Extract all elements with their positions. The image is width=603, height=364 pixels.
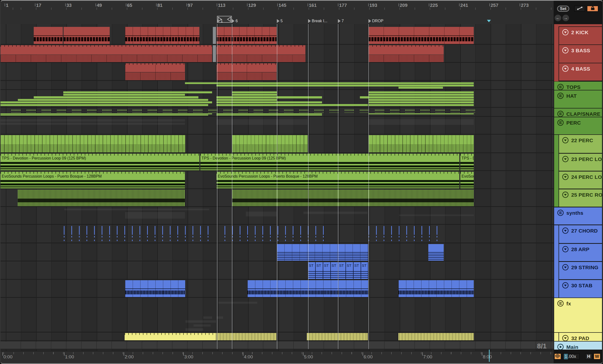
track-header-clap-snare[interactable]: CLAP/SNARE: [554, 108, 602, 117]
clip[interactable]: [369, 119, 474, 125]
clip[interactable]: [398, 87, 443, 89]
clip[interactable]: [369, 94, 474, 96]
clip[interactable]: [186, 320, 216, 323]
clip[interactable]: EvoSounds Percussion Loops - Puerto Bosq…: [0, 172, 185, 188]
clip[interactable]: [390, 109, 399, 113]
track-header-2-kick[interactable]: 2 KICK: [559, 27, 602, 45]
clip[interactable]: [369, 104, 474, 106]
track-header-25-perc-roll[interactable]: 25 PERC ROLL: [559, 189, 602, 207]
track-header-main[interactable]: Main: [554, 341, 602, 350]
clip[interactable]: [398, 333, 474, 340]
collapse-triangle-icon[interactable]: [562, 47, 569, 54]
clip[interactable]: [436, 109, 445, 113]
clip[interactable]: [125, 280, 185, 297]
clip[interactable]: [369, 55, 444, 62]
clip[interactable]: [421, 226, 422, 242]
clip[interactable]: [285, 226, 286, 242]
clip[interactable]: [239, 109, 248, 113]
clip[interactable]: [398, 280, 474, 297]
clip[interactable]: [155, 226, 155, 242]
group-menu-icon[interactable]: [557, 209, 564, 216]
zoom-width-button[interactable]: W: [593, 353, 601, 360]
clip[interactable]: [27, 109, 36, 113]
clip[interactable]: [217, 72, 277, 80]
track-header-synths[interactable]: synths: [554, 207, 602, 225]
clip[interactable]: [132, 226, 133, 242]
clip[interactable]: [293, 226, 293, 242]
clip[interactable]: [217, 63, 277, 72]
clip[interactable]: [148, 109, 157, 113]
clip[interactable]: [0, 101, 212, 103]
clip[interactable]: [262, 226, 263, 242]
collapse-triangle-icon[interactable]: [562, 65, 569, 72]
clip[interactable]: [185, 226, 186, 242]
clip[interactable]: [247, 226, 248, 242]
clip[interactable]: [330, 109, 339, 113]
clip[interactable]: [0, 55, 212, 62]
clip[interactable]: ST: [331, 262, 338, 279]
clip[interactable]: [429, 226, 430, 242]
clip[interactable]: ST: [308, 262, 316, 279]
clip[interactable]: [125, 63, 185, 72]
clip[interactable]: [63, 91, 212, 93]
clip[interactable]: [217, 27, 277, 44]
locator-flag[interactable]: Break I...: [308, 18, 327, 24]
clip[interactable]: [178, 109, 187, 113]
collapse-triangle-icon[interactable]: [562, 246, 569, 253]
clip[interactable]: TPS - Devotion - Percussion Loop 09 (125…: [460, 154, 474, 170]
clip[interactable]: [0, 114, 208, 115]
group-menu-icon[interactable]: [557, 300, 564, 307]
clip[interactable]: [87, 109, 96, 113]
clip[interactable]: [213, 27, 216, 44]
clip[interactable]: [177, 226, 178, 242]
clip[interactable]: [200, 226, 201, 242]
clip[interactable]: [232, 135, 308, 152]
clip[interactable]: [369, 99, 474, 101]
clip[interactable]: [246, 212, 277, 216]
locator-flag[interactable]: 1: [217, 18, 223, 24]
clip[interactable]: [94, 226, 95, 242]
clip[interactable]: [79, 226, 80, 242]
clip[interactable]: [284, 109, 293, 113]
clip[interactable]: [466, 109, 475, 113]
clip[interactable]: TPS - Devotion - Percussion Loop 09 (125…: [200, 154, 459, 170]
clip[interactable]: [369, 101, 474, 103]
track-header-22-perc[interactable]: 22 PERC: [559, 135, 602, 153]
clip[interactable]: [232, 91, 277, 93]
clip[interactable]: [414, 226, 415, 242]
clip[interactable]: [405, 109, 415, 113]
clip[interactable]: [125, 212, 185, 219]
playback-speed-control[interactable]: 1.00x: [563, 353, 580, 360]
clip[interactable]: [270, 226, 271, 242]
track-header-27-chord[interactable]: 27 CHORD: [559, 225, 602, 243]
clip[interactable]: [247, 280, 368, 297]
clip[interactable]: [86, 226, 87, 242]
clip[interactable]: [314, 109, 324, 113]
playhead-marker-icon[interactable]: [487, 20, 491, 22]
clip[interactable]: [369, 91, 474, 93]
clip[interactable]: [193, 109, 203, 113]
clip[interactable]: [18, 190, 185, 206]
clip[interactable]: [162, 226, 163, 242]
clip[interactable]: [437, 226, 437, 242]
clip[interactable]: ST: [316, 262, 323, 279]
clip[interactable]: [0, 123, 185, 125]
clip[interactable]: ST: [346, 262, 354, 279]
clip[interactable]: [203, 316, 212, 319]
clip[interactable]: [299, 109, 309, 113]
group-menu-icon[interactable]: [557, 92, 564, 99]
clip[interactable]: [217, 333, 277, 340]
clip[interactable]: [300, 226, 301, 242]
clip[interactable]: [217, 85, 474, 87]
clip[interactable]: [376, 226, 377, 242]
clip[interactable]: [0, 45, 212, 55]
track-header-4-bass[interactable]: 4 BASS: [559, 63, 602, 81]
clip[interactable]: [109, 226, 110, 242]
clip[interactable]: [383, 226, 384, 242]
clip[interactable]: [209, 109, 218, 113]
clip[interactable]: ST: [338, 262, 346, 279]
locator-flag[interactable]: 6: [232, 18, 238, 24]
clip[interactable]: [225, 226, 225, 242]
track-header-23-perc-loop[interactable]: 23 PERC LOOP: [559, 154, 602, 171]
clip[interactable]: [133, 109, 142, 113]
